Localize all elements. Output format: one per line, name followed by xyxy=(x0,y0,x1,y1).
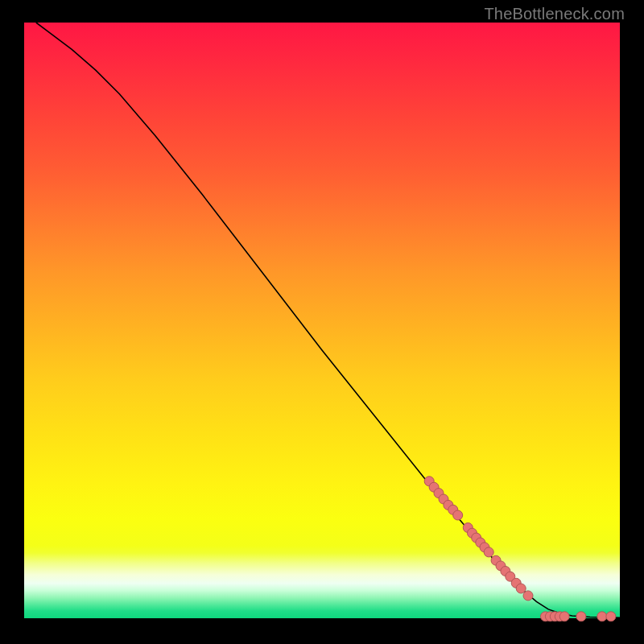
stage: TheBottleneck.com xyxy=(0,0,644,644)
chart-marker xyxy=(576,612,586,621)
chart-curve xyxy=(36,23,620,617)
chart-marker xyxy=(559,612,569,621)
chart-marker xyxy=(453,510,463,520)
chart-marker xyxy=(484,547,493,557)
chart-markers-group xyxy=(424,477,616,621)
chart-marker xyxy=(597,612,607,621)
chart-marker xyxy=(606,612,616,621)
watermark-text: TheBottleneck.com xyxy=(484,5,625,23)
chart-overlay-svg xyxy=(24,23,620,618)
chart-plot-area xyxy=(24,23,620,618)
chart-marker xyxy=(523,591,533,601)
chart-marker xyxy=(516,584,526,593)
